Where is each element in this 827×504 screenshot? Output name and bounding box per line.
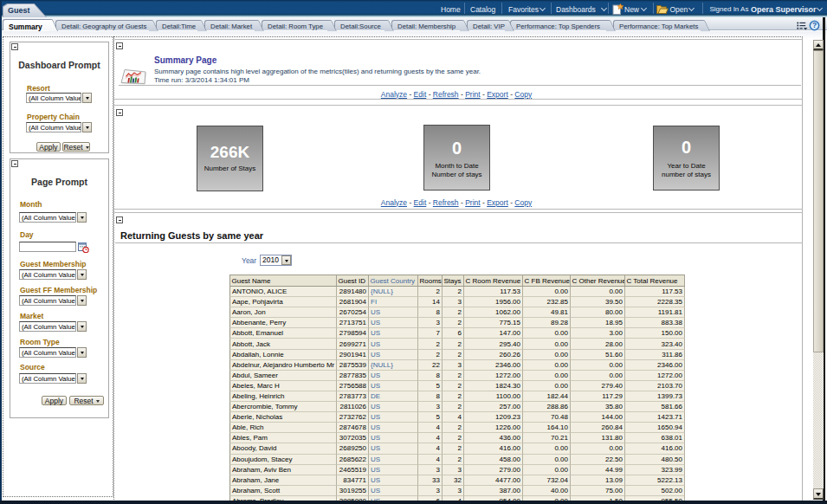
svg-text:?: ? xyxy=(812,21,817,29)
